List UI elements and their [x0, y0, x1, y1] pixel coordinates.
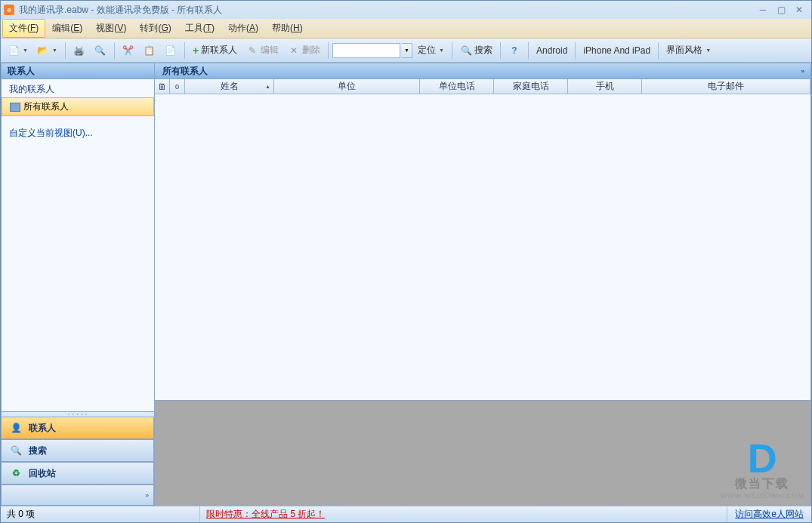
android-button[interactable]: Android — [533, 42, 571, 60]
maximize-button[interactable]: ▢ — [772, 3, 790, 17]
tree-item-all-contacts[interactable]: 所有联系人 — [2, 97, 154, 116]
cut-icon: ✂️ — [122, 45, 134, 57]
recycle-nav-icon: ♻ — [9, 466, 23, 480]
print-preview-button[interactable]: 🔍 — [91, 42, 110, 60]
app-icon: e — [4, 5, 14, 15]
locate-input[interactable] — [332, 43, 400, 58]
print-preview-icon: 🔍 — [94, 45, 107, 57]
delete-button[interactable]: ✕删除 — [284, 42, 324, 60]
plus-icon: + — [193, 45, 199, 57]
status-count: 共 0 项 — [1, 506, 200, 522]
menu-action[interactable]: 动作(A) — [221, 19, 265, 38]
promo-link[interactable]: 限时特惠：全线产品 5 折起！ — [206, 508, 325, 521]
paste-button[interactable]: 📄 — [161, 42, 181, 60]
print-icon: 🖨️ — [73, 45, 85, 57]
content-title: 所有联系人 — [162, 65, 208, 78]
toolbar: 📄▼ 📂▼ 🖨️ 🔍 ✂️ 📋 📄 +新联系人 ✎编辑 ✕删除 ▼ 定位▼ 🔍搜… — [1, 38, 811, 63]
menu-goto[interactable]: 转到(G) — [133, 19, 178, 38]
contacts-nav-icon: 👤 — [9, 421, 23, 435]
column-work-phone[interactable]: 单位电话 — [420, 79, 494, 94]
print-button[interactable]: 🖨️ — [69, 42, 89, 60]
flag-icon: 0 — [175, 83, 179, 91]
column-home-phone[interactable]: 家庭电话 — [494, 79, 568, 94]
watermark-logo-icon: D — [721, 440, 804, 476]
watermark-text: 微当下载 — [721, 476, 804, 492]
column-company[interactable]: 单位 — [274, 79, 420, 94]
menu-file[interactable]: 文件(F) — [2, 19, 45, 38]
column-mobile[interactable]: 手机 — [568, 79, 642, 94]
menubar: 文件(F) 编辑(E) 视图(V) 转到(G) 工具(T) 动作(A) 帮助(H… — [1, 19, 811, 38]
menu-edit[interactable]: 编辑(E) — [45, 19, 89, 38]
search-icon: 🔍 — [460, 45, 472, 57]
new-button[interactable]: 📄▼ — [4, 42, 32, 60]
copy-button[interactable]: 📋 — [140, 42, 159, 60]
search-nav-icon: 🔍 — [9, 444, 23, 457]
content-header: 所有联系人 » — [155, 63, 811, 79]
column-icon1[interactable]: 🗎 — [155, 79, 170, 94]
panel-collapse-button[interactable]: » — [800, 66, 806, 76]
nav-collapse-button[interactable]: » — [2, 485, 154, 506]
grid-body — [155, 94, 810, 400]
contact-tree: 我的联系人 所有联系人 自定义当前视图(U)... — [1, 79, 154, 412]
column-email[interactable]: 电子邮件 — [642, 79, 810, 94]
nav-label: 搜索 — [29, 445, 47, 457]
minimize-button[interactable]: ─ — [754, 3, 772, 17]
contacts-icon — [10, 103, 20, 112]
paste-icon: 📄 — [165, 45, 177, 57]
sort-asc-icon: ▲ — [265, 84, 270, 89]
edit-icon: ✎ — [246, 45, 258, 57]
window-title: 我的通讯录.eabw - 效能通讯录免费版 - 所有联系人 — [19, 4, 754, 17]
help-button[interactable]: ? — [505, 42, 524, 60]
preview-pane: D 微当下载 WWW.WEIDOWN.COM — [155, 400, 810, 506]
grid-header: 🗎 0 姓名▲ 单位 单位电话 家庭电话 手机 电子邮件 — [155, 79, 810, 94]
menu-tools[interactable]: 工具(T) — [178, 19, 221, 38]
customize-view-link[interactable]: 自定义当前视图(U)... — [2, 125, 154, 142]
sidebar-header: 联系人 — [1, 63, 154, 79]
copy-icon: 📋 — [144, 45, 156, 57]
column-name[interactable]: 姓名▲ — [185, 79, 274, 94]
watermark: D 微当下载 WWW.WEIDOWN.COM — [721, 440, 804, 500]
iphone-ipad-button[interactable]: iPhone And iPad — [579, 42, 654, 60]
nav-search[interactable]: 🔍 搜索 — [2, 439, 154, 462]
site-link[interactable]: 访问高效e人网站 — [727, 508, 811, 521]
nav-contacts[interactable]: 👤 联系人 — [2, 417, 154, 439]
tree-root-my-contacts[interactable]: 我的联系人 — [2, 81, 154, 98]
tree-item-label: 所有联系人 — [23, 100, 69, 113]
open-button[interactable]: 📂▼ — [33, 42, 61, 60]
attachment-icon: 🗎 — [158, 82, 167, 92]
locate-button[interactable]: 定位▼ — [414, 42, 448, 60]
edit-button[interactable]: ✎编辑 — [242, 42, 283, 60]
watermark-url: WWW.WEIDOWN.COM — [721, 492, 804, 500]
cut-button[interactable]: ✂️ — [119, 42, 138, 60]
nav-recycle[interactable]: ♻ 回收站 — [2, 462, 154, 485]
close-button[interactable]: ✕ — [790, 3, 808, 17]
delete-icon: ✕ — [288, 45, 300, 57]
column-icon2[interactable]: 0 — [170, 79, 185, 94]
locate-dropdown[interactable]: ▼ — [402, 43, 412, 58]
titlebar: e 我的通讯录.eabw - 效能通讯录免费版 - 所有联系人 ─ ▢ ✕ — [1, 1, 811, 19]
nav-label: 回收站 — [29, 467, 56, 480]
menu-help[interactable]: 帮助(H) — [265, 19, 310, 38]
ui-style-button[interactable]: 界面风格▼ — [662, 42, 715, 60]
nav-label: 联系人 — [29, 422, 56, 435]
new-file-icon: 📄 — [8, 45, 20, 57]
search-button[interactable]: 🔍搜索 — [456, 42, 496, 60]
new-contact-button[interactable]: +新联系人 — [189, 42, 241, 60]
help-icon: ? — [508, 45, 520, 57]
menu-view[interactable]: 视图(V) — [89, 19, 133, 38]
statusbar: 共 0 项 限时特惠：全线产品 5 折起！ 访问高效e人网站 — [1, 506, 811, 522]
open-folder-icon: 📂 — [37, 45, 49, 57]
status-promo-cell: 限时特惠：全线产品 5 折起！ — [200, 506, 727, 522]
